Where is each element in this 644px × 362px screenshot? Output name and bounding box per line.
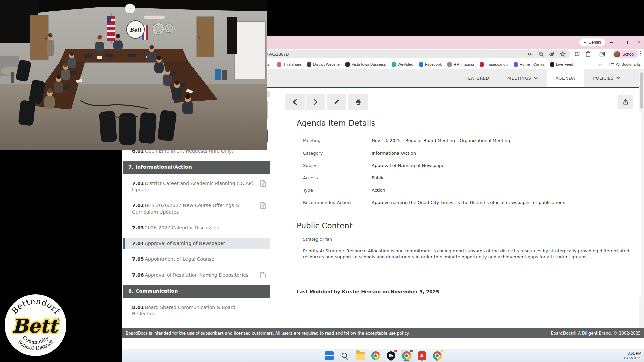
public-content-title: Public Content: [297, 221, 353, 230]
meeting-app-icon: [387, 351, 395, 360]
site-nav-tab[interactable]: AGENDA: [547, 69, 584, 87]
agenda-list-item[interactable]: 7.04Approval of Naming of Newspaper: [123, 238, 270, 249]
agenda-list-item[interactable]: 7.01District Career and Academic Plannin…: [123, 178, 270, 196]
acceptable-use-policy-link[interactable]: acceptable use policy: [365, 331, 408, 336]
gemini-sparkle-icon: ✦: [583, 40, 586, 45]
bookmark-favicon: [480, 62, 484, 67]
share-button[interactable]: [618, 95, 633, 109]
back-button[interactable]: [285, 94, 305, 110]
browser-menu-icon[interactable]: ⋮: [638, 50, 643, 56]
boarddocs-footer: BoardDocs is intended for the use of sub…: [122, 328, 644, 338]
clock-date: 11/13/2025: [623, 356, 641, 360]
profile-chip[interactable]: School: [613, 50, 638, 58]
agenda-section-header[interactable]: 8. Communication: [123, 285, 270, 298]
reading-list-icon[interactable]: [574, 51, 580, 57]
forward-button[interactable]: [306, 94, 325, 110]
bookmark-item[interactable]: image.canon: [480, 62, 508, 67]
detail-field-value: Approve naming the Quad City Times as th…: [372, 199, 567, 206]
agenda-list-item[interactable]: 7.05Appointment of Legal Counsel: [123, 253, 270, 265]
bookmark-label: Home - Canva: [520, 62, 544, 66]
bookmark-favicon: [419, 62, 423, 67]
detail-field-value: Approval of Naming of Newspaper: [372, 162, 446, 169]
detail-field-label: Access: [303, 175, 372, 181]
eye-off-icon[interactable]: [549, 51, 555, 57]
extensions-icon[interactable]: [585, 51, 591, 57]
edit-button[interactable]: [327, 94, 346, 110]
close-icon[interactable]: ✕: [633, 36, 644, 49]
bookmark-label: District Website: [313, 62, 340, 66]
site-nav-tab[interactable]: POLICIES: [584, 69, 629, 87]
site-nav-tab-label: POLICIES: [593, 76, 614, 81]
chrome-school-icon: [402, 351, 411, 360]
site-nav-tab-label: MEETINGS: [507, 76, 531, 81]
agenda-section-header[interactable]: 7. Informational/Action: [123, 161, 270, 174]
file-explorer-icon: [356, 352, 365, 360]
page-title: Agenda Item Details: [297, 119, 375, 127]
bookmarks-overflow-icon[interactable]: »: [598, 62, 601, 67]
bookmark-favicon: [392, 62, 396, 67]
maximize-button[interactable]: [620, 36, 632, 49]
agenda-item-number: 7.03: [132, 225, 144, 230]
agenda-list-item[interactable]: 8.01Board Shared Communication & Board R…: [123, 302, 270, 320]
taskbar-button[interactable]: [401, 350, 412, 362]
bookmark-item[interactable]: Live Feed: [550, 62, 573, 67]
zoom-icon[interactable]: [538, 51, 544, 57]
clock-time: 8:51 PM: [628, 351, 641, 356]
taskbar-button[interactable]: [385, 350, 397, 362]
agenda-item-number: 7.02: [132, 203, 144, 208]
bookmark-item[interactable]: WeVideo: [392, 62, 413, 67]
scrollbar-thumb[interactable]: [640, 72, 643, 109]
taskbar-button[interactable]: [324, 350, 335, 362]
agenda-item-title: Approval of Naming of Newspaper: [145, 241, 225, 246]
agenda-item-number: 7.05: [132, 256, 144, 262]
bookmark-item[interactable]: Thrillshare: [277, 62, 301, 67]
logo-registered-mark: ®: [58, 318, 60, 322]
detail-field-label: Type: [303, 187, 372, 193]
detail-field-label: Category: [303, 150, 372, 156]
boarddocs-brand-link[interactable]: BoardDocs: [551, 331, 573, 336]
taskbar-clock[interactable]: 8:51 PM 11/13/2025: [623, 349, 641, 362]
footer-brand-text: BoardDocs® A Diligent Brand, © 2002-2025: [551, 331, 641, 336]
agenda-item-number: 7.04: [132, 241, 144, 246]
taskbar-button[interactable]: [355, 350, 366, 362]
agenda-item-title: 2026-2027 Calendar Discussion: [145, 225, 220, 230]
print-button[interactable]: [348, 94, 368, 110]
site-nav-tab[interactable]: MEETINGS: [498, 69, 547, 87]
logo-main-text: Bett: [12, 315, 59, 337]
all-bookmarks-button[interactable]: All Bookmarks: [609, 62, 641, 67]
detail-field-row: Category Informational/Action: [303, 150, 635, 156]
key-icon[interactable]: [528, 51, 533, 57]
detail-field-label: Subject: [303, 162, 372, 169]
url-input[interactable]: KVA51B87D: [262, 50, 570, 58]
taskbar-button[interactable]: [432, 350, 443, 362]
meeting-room-scene: Bett: [0, 0, 267, 150]
windows-start-icon: [325, 351, 334, 360]
gemini-tab-badge[interactable]: ✦ Gemini: [579, 38, 605, 46]
agenda-item-title: Approval of Resolution Naming Depositori…: [145, 272, 249, 278]
divider: [595, 51, 595, 57]
detail-fields: Meeting Nov 13, 2025 - Regular Board Mee…: [303, 137, 635, 212]
site-nav-tab[interactable]: FEATURED: [456, 69, 498, 87]
detail-field-label: Meeting: [303, 137, 372, 144]
agenda-item-title: District Career and Academic Planning (D…: [132, 181, 253, 192]
public-content-subtitle: Strategic Plan: [303, 237, 332, 242]
taskbar-button[interactable]: [370, 350, 381, 362]
taskbar-button[interactable]: [416, 350, 428, 362]
agenda-list-item[interactable]: 7.032026-2027 Calendar Discussion: [123, 222, 270, 234]
bookmark-label: HR Imaging: [453, 62, 474, 66]
bookmark-item[interactable]: Facebook: [419, 62, 442, 67]
minimize-button[interactable]: [605, 36, 618, 49]
agenda-list-item[interactable]: 7.02BHS 2026/2027 New Course Offerings &…: [123, 200, 270, 218]
bookmark-label: Vista Iowa Business: [352, 62, 386, 66]
bookmark-item[interactable]: District Website: [307, 62, 340, 67]
bookmark-item[interactable]: Home - Canva: [514, 62, 544, 67]
bookmark-item[interactable]: HR Imaging: [447, 62, 474, 67]
bookmark-star-icon[interactable]: [560, 51, 566, 57]
bookmark-item[interactable]: Vista Iowa Business: [345, 62, 386, 67]
side-panel-search-icon[interactable]: [599, 51, 605, 57]
divider: [609, 51, 609, 57]
agenda-list-item[interactable]: 7.06Approval of Resolution Naming Deposi…: [123, 269, 270, 281]
taskbar-button[interactable]: [339, 350, 351, 362]
agenda-item-title: Appointment of Legal Counsel: [145, 256, 216, 262]
agenda-item-number: 7.01: [132, 181, 144, 186]
